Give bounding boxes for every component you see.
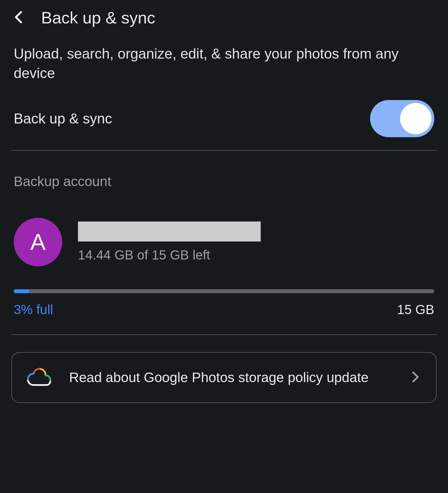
back-icon[interactable] xyxy=(11,9,27,26)
chevron-right-icon xyxy=(408,370,422,385)
storage-remaining-text: 14.44 GB of 15 GB left xyxy=(78,247,261,263)
account-email-redacted xyxy=(78,221,261,241)
policy-card-text: Read about Google Photos storage policy … xyxy=(69,368,391,387)
account-info: 14.44 GB of 15 GB left xyxy=(78,221,261,263)
header: Back up & sync xyxy=(0,0,448,44)
page-subtitle: Upload, search, organize, edit, & share … xyxy=(0,44,448,100)
storage-percent-label: 3% full xyxy=(14,302,53,317)
backup-account-label: Backup account xyxy=(0,151,448,201)
progress-track xyxy=(14,289,434,293)
divider xyxy=(11,334,437,335)
storage-progress xyxy=(0,278,448,293)
backup-sync-toggle[interactable] xyxy=(370,100,434,137)
avatar: A xyxy=(14,218,62,266)
progress-labels: 3% full 15 GB xyxy=(0,293,448,334)
storage-total-label: 15 GB xyxy=(397,302,434,317)
policy-update-card[interactable]: Read about Google Photos storage policy … xyxy=(11,352,437,403)
page-title: Back up & sync xyxy=(41,8,155,27)
account-row[interactable]: A 14.44 GB of 15 GB left xyxy=(0,201,448,278)
cloud-icon xyxy=(26,367,52,388)
backup-sync-label: Back up & sync xyxy=(14,110,112,127)
progress-fill xyxy=(14,289,29,293)
backup-sync-row: Back up & sync xyxy=(0,100,448,150)
toggle-knob xyxy=(400,103,431,134)
avatar-letter: A xyxy=(30,229,45,255)
